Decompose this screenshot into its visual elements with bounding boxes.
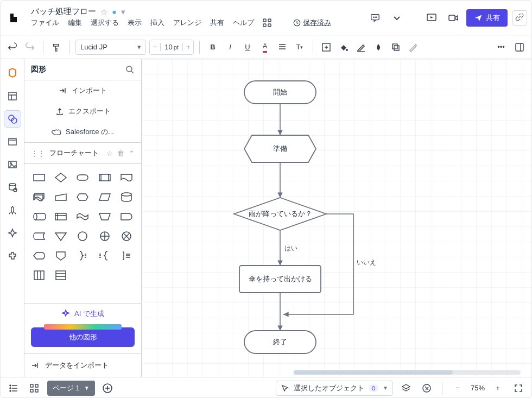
star-icon[interactable]: ☆: [100, 7, 107, 17]
shape-document[interactable]: [118, 170, 135, 185]
font-select[interactable]: Lucid JP ▾: [75, 40, 146, 55]
font-size-stepper[interactable]: − 10pt +: [149, 40, 194, 55]
rail-item-images[interactable]: [4, 156, 21, 173]
redo-button[interactable]: [22, 40, 37, 55]
side-salesforce[interactable]: Salesforce の...: [24, 122, 141, 142]
opacity-button[interactable]: [371, 40, 386, 55]
more-icon[interactable]: •••: [493, 40, 509, 55]
fill-bucket-button[interactable]: [336, 40, 351, 55]
align-button[interactable]: [275, 40, 290, 55]
bold-button[interactable]: B: [205, 40, 220, 55]
shape-swimlane-v[interactable]: [31, 268, 47, 282]
font-size-increase[interactable]: +: [182, 43, 193, 51]
flow-diagram[interactable]: はいいいえ開始準備雨が降っているか？傘を持って出かける終了: [223, 65, 451, 369]
comment-icon[interactable]: [366, 9, 384, 27]
shape-process[interactable]: [31, 170, 47, 185]
section-delete-icon[interactable]: 🗑: [117, 149, 124, 157]
ai-generate-button[interactable]: AI で生成: [24, 303, 141, 324]
rail-item-containers[interactable]: [4, 133, 21, 150]
shape-delay[interactable]: [118, 210, 135, 224]
shape-offpage[interactable]: [53, 249, 69, 263]
rail-item-layout[interactable]: [4, 87, 21, 105]
rail-item-launch[interactable]: [4, 201, 21, 219]
present-icon[interactable]: [423, 9, 440, 27]
menu-arrange[interactable]: アレンジ: [173, 18, 201, 28]
section-collapse-icon[interactable]: ⌃: [129, 149, 135, 157]
shape-database[interactable]: [118, 190, 135, 204]
h-scrollbar[interactable]: [294, 370, 521, 375]
side-export[interactable]: エクスポート: [24, 101, 141, 122]
line-color-button[interactable]: [353, 40, 369, 55]
shape-direct-data[interactable]: [31, 210, 47, 224]
zoom-level[interactable]: 75%: [471, 384, 485, 392]
shape-internal-storage[interactable]: [53, 210, 69, 224]
format-painter-button[interactable]: [49, 40, 64, 55]
doc-title[interactable]: バッチ処理フロー: [31, 7, 96, 17]
shape-connector[interactable]: [74, 229, 91, 243]
shape-paper-tape[interactable]: [74, 210, 91, 224]
side-import[interactable]: インポート: [24, 80, 141, 101]
shape-brace-left[interactable]: [97, 249, 113, 263]
shape-display[interactable]: [31, 249, 47, 263]
rail-item-home[interactable]: [4, 65, 21, 82]
list-view-icon[interactable]: [6, 381, 21, 396]
menu-view[interactable]: 表示: [128, 18, 142, 28]
shape-predefined[interactable]: [97, 170, 113, 185]
rail-item-data[interactable]: [4, 179, 21, 196]
shape-multidoc[interactable]: [31, 190, 47, 204]
save-status[interactable]: 保存済み: [293, 18, 331, 28]
shape-swimlane-h[interactable]: [53, 268, 69, 282]
menu-edit[interactable]: 編集: [68, 18, 82, 28]
add-page-button[interactable]: [100, 381, 115, 395]
search-icon[interactable]: [125, 65, 135, 74]
shape-brace-right[interactable]: [74, 249, 91, 263]
shape-terminator[interactable]: [74, 170, 91, 185]
grid-view-icon[interactable]: [27, 381, 42, 396]
shape-decision[interactable]: [53, 170, 69, 185]
undo-button[interactable]: [5, 40, 20, 55]
share-button[interactable]: 共有: [466, 9, 508, 27]
shape-preparation[interactable]: [74, 190, 91, 204]
fullscreen-icon[interactable]: [511, 381, 526, 396]
shape-manual-op[interactable]: [97, 210, 113, 224]
menu-select[interactable]: 選択する: [91, 18, 119, 28]
font-size-decrease[interactable]: −: [150, 43, 161, 51]
accessibility-icon[interactable]: [419, 381, 434, 396]
italic-button[interactable]: I: [223, 40, 238, 55]
menu-help[interactable]: ヘルプ: [233, 18, 254, 28]
link-icon[interactable]: [512, 10, 527, 26]
rail-item-plugins[interactable]: [4, 247, 21, 264]
video-icon[interactable]: [445, 9, 462, 27]
apps-icon[interactable]: [263, 18, 271, 27]
app-logo[interactable]: [1, 1, 27, 35]
shape-or[interactable]: [97, 229, 113, 243]
section-star-icon[interactable]: ☆: [106, 149, 113, 157]
layers-icon[interactable]: [398, 381, 414, 396]
shape-fill-button[interactable]: [319, 40, 334, 55]
rail-item-shapes[interactable]: [4, 110, 21, 128]
underline-button[interactable]: U: [240, 40, 255, 55]
more-shapes-button[interactable]: 他の図形: [31, 327, 135, 347]
magic-button[interactable]: [406, 40, 421, 55]
shape-manual-input[interactable]: [53, 190, 69, 204]
panel-toggle-icon[interactable]: [512, 40, 527, 55]
text-color-button[interactable]: A: [257, 40, 273, 55]
shape-merge[interactable]: [53, 229, 69, 243]
menu-file[interactable]: ファイル: [31, 18, 59, 28]
shape-data[interactable]: [97, 190, 113, 204]
shape-note[interactable]: [118, 249, 135, 263]
rail-item-ai[interactable]: [4, 224, 21, 242]
page-tab[interactable]: ページ 1 ▼: [47, 381, 95, 396]
shape-sum[interactable]: [118, 229, 135, 243]
chevron-down-icon[interactable]: [388, 9, 406, 27]
import-data-button[interactable]: データをインポート: [24, 353, 141, 377]
shape-stored-data[interactable]: [31, 229, 47, 243]
canvas[interactable]: はいいいえ開始準備雨が降っているか？傘を持って出かける終了: [142, 59, 531, 377]
section-flowchart[interactable]: ⋮⋮ フローチャート ☆ 🗑 ⌃: [24, 142, 141, 164]
zoom-out-button[interactable]: −: [450, 381, 465, 396]
selected-objects[interactable]: 選択したオブジェクト 0 ▼: [276, 381, 393, 396]
title-caret-icon[interactable]: ▾: [121, 7, 125, 17]
effects-button[interactable]: [388, 40, 403, 55]
font-size-value[interactable]: 10pt: [161, 43, 182, 51]
zoom-in-button[interactable]: +: [490, 381, 505, 396]
